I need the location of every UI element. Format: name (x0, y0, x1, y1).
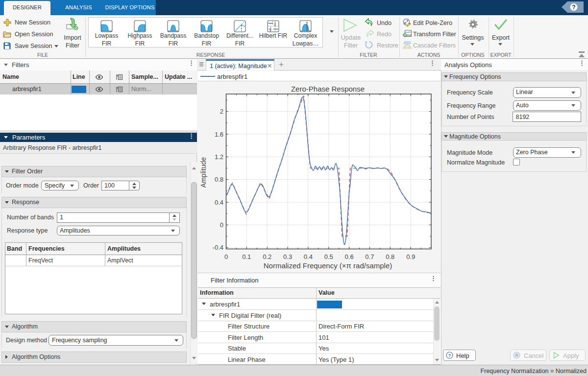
svg-text:Normalized Frequency (×π rad/s: Normalized Frequency (×π rad/sample) (264, 261, 392, 270)
svg-text:0.9: 0.9 (406, 253, 415, 260)
svg-text:0.6: 0.6 (345, 253, 354, 260)
svg-text:?: ? (572, 4, 575, 11)
svg-text:-0.4: -0.4 (213, 244, 223, 251)
svg-text:0: 0 (224, 253, 228, 260)
svg-text:0.5: 0.5 (324, 253, 333, 260)
svg-text:0.7: 0.7 (365, 253, 374, 260)
svg-text:0: 0 (220, 221, 223, 229)
svg-text:2: 2 (220, 108, 223, 115)
svg-text:0.4: 0.4 (304, 253, 313, 260)
svg-text:0.8: 0.8 (215, 176, 223, 183)
svg-text:1.6: 1.6 (215, 131, 223, 138)
svg-text:1.2: 1.2 (215, 153, 223, 161)
svg-text:Amplitude: Amplitude (199, 157, 207, 188)
svg-text:0.2: 0.2 (263, 253, 271, 260)
svg-text:0.8: 0.8 (386, 253, 394, 260)
svg-text:0.4: 0.4 (215, 199, 223, 206)
svg-text:?: ? (448, 352, 451, 358)
svg-text:-j: -j (269, 26, 271, 31)
svg-text:Zero-Phase Response: Zero-Phase Response (291, 85, 365, 93)
svg-text:j: j (274, 21, 276, 25)
svg-text:0.1: 0.1 (242, 253, 251, 260)
svg-text:0.3: 0.3 (283, 253, 292, 260)
